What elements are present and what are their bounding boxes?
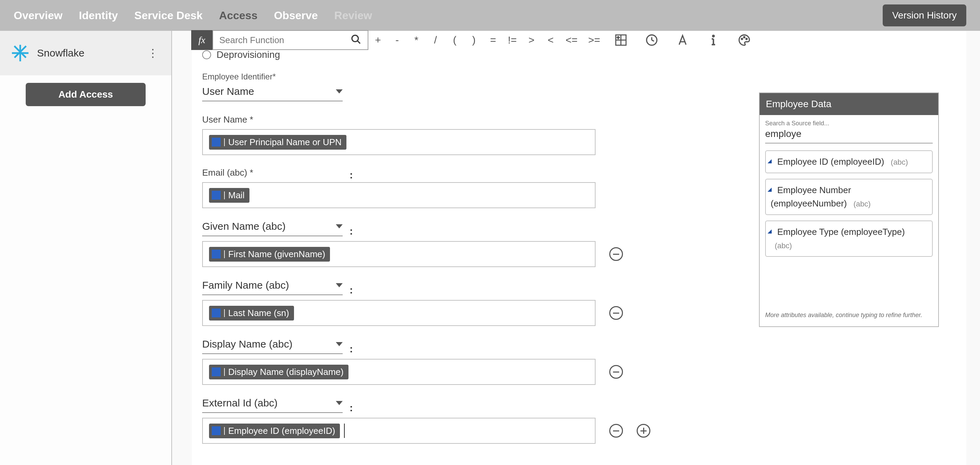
svg-point-15	[744, 37, 745, 38]
panel-sub-label: Search a Source field...	[765, 120, 933, 127]
tab-review[interactable]: Review	[334, 9, 372, 22]
snowflake-icon	[10, 43, 30, 63]
math-icon[interactable]: +	[606, 30, 636, 50]
svg-line-1	[357, 41, 360, 43]
source-icon	[212, 426, 221, 435]
sidebar: Snowflake ⋮ Add Access	[0, 31, 171, 465]
employee-data-title: Employee Data	[760, 93, 938, 115]
search-function-input[interactable]	[219, 35, 350, 46]
user-name-chip[interactable]: User Principal Name or UPN	[209, 135, 347, 150]
op-rparen[interactable]: )	[464, 30, 484, 50]
family-name-colon: :	[350, 284, 353, 300]
clock-icon[interactable]	[636, 30, 667, 50]
given-name-field[interactable]: First Name (givenName)	[202, 241, 595, 267]
op-lparen[interactable]: (	[445, 30, 464, 50]
source-icon	[212, 308, 221, 317]
tab-service-desk[interactable]: Service Desk	[134, 9, 202, 22]
external-id-colon: :	[350, 402, 353, 418]
chevron-down-icon	[336, 401, 343, 405]
email-chip[interactable]: Mail	[209, 188, 250, 203]
op-lte[interactable]: <=	[560, 30, 583, 50]
given-name-colon: :	[350, 225, 353, 241]
operator-row: + - * / ( ) = != > < <= >= +	[368, 30, 760, 50]
source-icon	[212, 138, 221, 146]
op-neq[interactable]: !=	[503, 30, 522, 50]
email-label: Email (abc) *	[202, 167, 343, 178]
display-name-field[interactable]: Display Name (displayName)	[202, 359, 595, 385]
remove-family-name-button[interactable]	[609, 306, 623, 320]
version-history-button[interactable]: Version History	[883, 5, 966, 26]
chevron-down-icon	[336, 89, 343, 94]
kebab-menu-icon[interactable]: ⋮	[145, 44, 161, 62]
svg-point-14	[741, 38, 743, 40]
result-employee-number[interactable]: Employee Number (employeeNumber) (abc)	[765, 179, 933, 215]
deprovisioning-label: Deprovisioning	[216, 49, 280, 60]
add-field-button[interactable]	[636, 424, 651, 438]
info-icon[interactable]	[698, 30, 729, 50]
employee-data-panel: Employee Data Search a Source field... E…	[759, 92, 939, 327]
family-name-chip[interactable]: Last Name (sn)	[209, 306, 294, 321]
sidebar-app-row[interactable]: Snowflake ⋮	[0, 31, 171, 75]
display-name-select[interactable]: Display Name (abc)	[202, 336, 343, 354]
family-name-field[interactable]: Last Name (sn)	[202, 300, 595, 326]
svg-line-8	[652, 40, 654, 41]
radio-icon[interactable]	[202, 50, 211, 59]
display-name-colon: :	[350, 343, 353, 359]
add-access-button[interactable]: Add Access	[26, 83, 146, 106]
text-format-icon[interactable]	[667, 30, 698, 50]
op-plus[interactable]: +	[368, 30, 388, 50]
external-id-select[interactable]: External Id (abc)	[202, 395, 343, 413]
chevron-down-icon	[336, 342, 343, 346]
op-mul[interactable]: *	[407, 30, 426, 50]
svg-point-16	[746, 38, 747, 40]
result-employee-type[interactable]: Employee Type (employeeType) (abc)	[765, 221, 933, 257]
search-icon[interactable]	[350, 34, 361, 46]
op-div[interactable]: /	[426, 30, 445, 50]
fx-icon: fx	[191, 30, 212, 50]
text-cursor	[344, 424, 345, 438]
op-eq[interactable]: =	[484, 30, 503, 50]
external-id-chip[interactable]: Employee ID (employeeID)	[209, 424, 340, 438]
panel-footer-text: More attributes available, continue typi…	[765, 312, 933, 319]
sidebar-divider	[171, 31, 172, 465]
tab-identity[interactable]: Identity	[79, 9, 118, 22]
source-icon	[212, 250, 221, 259]
chevron-down-icon	[336, 224, 343, 229]
op-minus[interactable]: -	[388, 30, 407, 50]
svg-text:+: +	[617, 35, 619, 40]
main-area: fx + - * / ( ) = != > < <= >= +	[192, 31, 966, 465]
formula-bar: fx + - * / ( ) = != > < <= >= +	[191, 30, 760, 50]
user-name-field[interactable]: User Principal Name or UPN	[202, 129, 595, 155]
remove-external-id-button[interactable]	[609, 424, 623, 438]
given-name-select[interactable]: Given Name (abc)	[202, 219, 343, 236]
sidebar-app-name: Snowflake	[37, 47, 84, 59]
employee-identifier-label: Employee Identifier*	[202, 72, 966, 81]
external-id-field[interactable]: Employee ID (employeeID)	[202, 418, 595, 444]
chevron-down-icon	[336, 283, 343, 287]
svg-point-10	[713, 35, 714, 37]
op-lt[interactable]: <	[541, 30, 560, 50]
source-icon	[212, 191, 221, 200]
op-gt[interactable]: >	[522, 30, 541, 50]
given-name-chip[interactable]: First Name (givenName)	[209, 247, 330, 262]
source-field-search-input[interactable]	[765, 127, 933, 143]
deprovisioning-option[interactable]: Deprovisioning	[202, 49, 280, 60]
employee-identifier-value: User Name	[202, 86, 254, 97]
result-employee-id[interactable]: Employee ID (employeeID) (abc)	[765, 150, 933, 173]
tab-overview[interactable]: Overview	[14, 9, 62, 22]
svg-point-0	[352, 35, 358, 42]
email-field[interactable]: Mail	[202, 182, 595, 208]
remove-display-name-button[interactable]	[609, 365, 623, 379]
tab-observe[interactable]: Observe	[274, 9, 318, 22]
palette-icon[interactable]	[729, 30, 760, 50]
family-name-select[interactable]: Family Name (abc)	[202, 277, 343, 295]
remove-given-name-button[interactable]	[609, 247, 623, 261]
email-colon: :	[350, 169, 353, 182]
top-nav: Overview Identity Service Desk Access Ob…	[0, 0, 980, 31]
tab-access[interactable]: Access	[219, 9, 257, 22]
employee-identifier-select[interactable]: User Name	[202, 84, 343, 102]
op-gte[interactable]: >=	[583, 30, 606, 50]
source-icon	[212, 367, 221, 376]
display-name-chip[interactable]: Display Name (displayName)	[209, 365, 348, 379]
search-function-box[interactable]	[212, 30, 368, 50]
